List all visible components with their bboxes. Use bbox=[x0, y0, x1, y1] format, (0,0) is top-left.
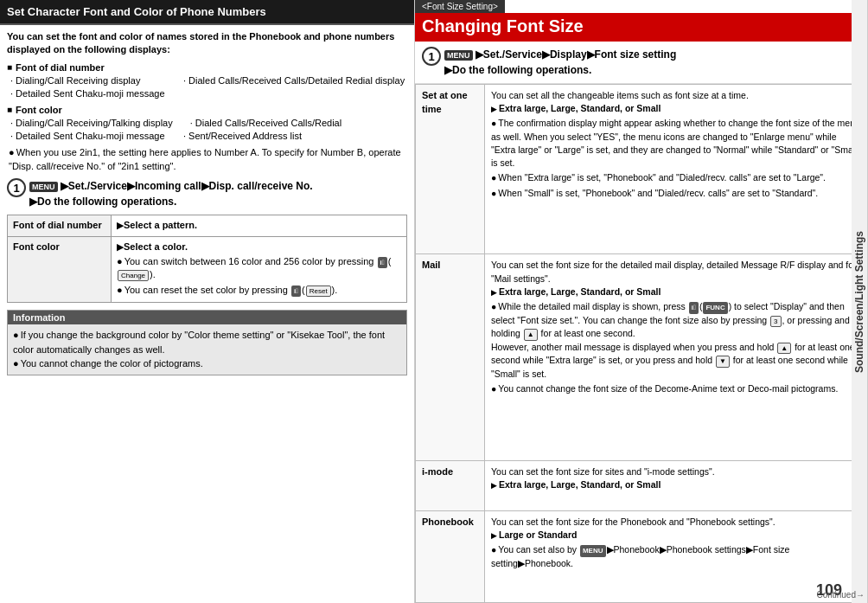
pb-note1: You can set also by MENU▶Phonebook▶Phone… bbox=[491, 543, 861, 570]
step-text2: ▶Do the following operations. bbox=[29, 194, 313, 209]
menu-icon: MENU bbox=[29, 182, 58, 192]
note-1: The confirmation display might appear as… bbox=[491, 117, 861, 170]
intro-bold: You can set the font and color of names … bbox=[7, 31, 394, 55]
info-item1: If you change the background color by "C… bbox=[13, 328, 401, 356]
row-content-3: You can set the font size for sites and … bbox=[485, 460, 868, 510]
right-panel: <Font Size Setting> Changing Font Size 1… bbox=[415, 0, 868, 603]
row-label-3: i-mode bbox=[416, 460, 485, 510]
color-note1: You can switch between 16 color and 256 … bbox=[117, 255, 401, 282]
row-content-4: You can set the font size for the Phoneb… bbox=[485, 510, 868, 602]
table-cell: ▶Select a color. You can switch between … bbox=[112, 236, 407, 303]
right-step: 1 MENU ▶Set./Service▶Display▶Font size s… bbox=[415, 42, 868, 84]
color-note2: You can reset the set color by pressing … bbox=[117, 284, 401, 297]
left-header-text: Set Character Font and Color of Phone Nu… bbox=[7, 5, 266, 18]
menu-icon-small: MENU bbox=[580, 545, 606, 557]
row-label-2: Mail bbox=[416, 254, 485, 461]
note-3: When "Small" is set, "Phonebook" and "Di… bbox=[491, 187, 861, 200]
section-font-color: Font color bbox=[7, 105, 407, 115]
intro-text: You can set the font and color of names … bbox=[7, 30, 407, 57]
icon-r2: i⃣ bbox=[291, 285, 301, 297]
step-text: MENU ▶Set./Service▶Incoming call▶Disp. c… bbox=[29, 178, 313, 194]
info-item2: You cannot change the color of pictogram… bbox=[13, 356, 401, 371]
change-btn: Change bbox=[118, 270, 149, 281]
left-content: You can set the font and color of names … bbox=[0, 25, 414, 603]
right-step-text2: ▶Do the following operations. bbox=[444, 62, 676, 78]
option-arrow4: Large or Standard bbox=[491, 529, 577, 540]
table-label: Font color bbox=[8, 236, 112, 303]
table-row: Set at one time You can set all the chan… bbox=[416, 85, 868, 254]
table-cell: ▶Select a pattern. bbox=[112, 215, 407, 236]
btn-down: ▼ bbox=[716, 356, 730, 368]
right-header: Changing Font Size bbox=[415, 13, 868, 42]
table-row: i-mode You can set the font size for sit… bbox=[416, 460, 868, 510]
btn-up: ▲ bbox=[524, 329, 538, 341]
left-header: Set Character Font and Color of Phone Nu… bbox=[0, 0, 414, 25]
step-content: MENU ▶Set./Service▶Incoming call▶Disp. c… bbox=[29, 178, 313, 209]
left-table: Font of dial number ▶Select a pattern. F… bbox=[7, 215, 407, 303]
table-row: Mail You can set the font size for the d… bbox=[416, 254, 868, 461]
color-items: · Dialing/Call Receiving/Talking display… bbox=[7, 117, 407, 144]
option-arrow2: Extra large, Large, Standard, or Small bbox=[491, 286, 661, 297]
note-2: When "Extra large" is set, "Phonebook" a… bbox=[491, 171, 861, 184]
menu-icon-right: MENU bbox=[444, 50, 473, 61]
side-label: Sound/Screen/Light Settings bbox=[852, 0, 868, 603]
func-icon: i⃣ bbox=[689, 302, 699, 314]
mail-note1: While the detailed mail display is shown… bbox=[491, 300, 861, 381]
mail-note2: You cannot change the font size of the D… bbox=[491, 382, 861, 395]
continued-label: Continued→ bbox=[816, 590, 865, 600]
row-content-2: You can set the font size for the detail… bbox=[485, 254, 868, 461]
list-item: · Detailed Sent Chaku-moji message · Sen… bbox=[10, 130, 407, 143]
row-content-1: You can set all the changeable items suc… bbox=[485, 85, 868, 254]
step-number-right: 1 bbox=[422, 47, 441, 66]
reset-btn: Reset bbox=[306, 285, 331, 297]
right-table: Set at one time You can set all the chan… bbox=[415, 84, 868, 603]
table-row: Font color ▶Select a color. You can swit… bbox=[8, 236, 407, 303]
btn-3: 3 bbox=[770, 316, 781, 328]
right-step-text: MENU ▶Set./Service▶Display▶Font size set… bbox=[444, 47, 676, 62]
left-panel: Set Character Font and Color of Phone Nu… bbox=[0, 0, 415, 603]
list-item: · Dialing/Call Receiving/Talking display… bbox=[10, 117, 407, 130]
icon-r: i⃣ bbox=[378, 257, 387, 268]
step-number: 1 bbox=[7, 178, 26, 197]
dial-items: · Dialing/Call Receiving display · Diale… bbox=[7, 74, 407, 101]
section-font-dial: Font of dial number bbox=[7, 62, 407, 73]
btn-up2: ▲ bbox=[777, 343, 791, 355]
right-tag: <Font Size Setting> bbox=[415, 0, 505, 13]
note1: When you use 2in1, the setting here appl… bbox=[7, 146, 407, 173]
list-item: · Dialing/Call Receiving display · Diale… bbox=[10, 74, 407, 87]
right-step-content: MENU ▶Set./Service▶Display▶Font size set… bbox=[444, 47, 676, 78]
info-box: Information If you change the background… bbox=[7, 310, 407, 375]
row-label-4: Phonebook bbox=[416, 510, 485, 602]
list-item: · Detailed Sent Chaku-moji message bbox=[10, 87, 407, 100]
option-arrow: Extra large, Large, Standard, or Small bbox=[491, 103, 661, 113]
option-arrow3: Extra large, Large, Standard, or Small bbox=[491, 479, 661, 490]
step-row: 1 MENU ▶Set./Service▶Incoming call▶Disp.… bbox=[7, 178, 407, 209]
row-label-1: Set at one time bbox=[416, 85, 485, 254]
table-label: Font of dial number bbox=[8, 215, 112, 236]
func-icon2: FUNC bbox=[703, 302, 727, 314]
info-box-title: Information bbox=[8, 311, 406, 324]
table-row: Phonebook You can set the font size for … bbox=[416, 510, 868, 602]
table-row: Font of dial number ▶Select a pattern. bbox=[8, 215, 407, 236]
